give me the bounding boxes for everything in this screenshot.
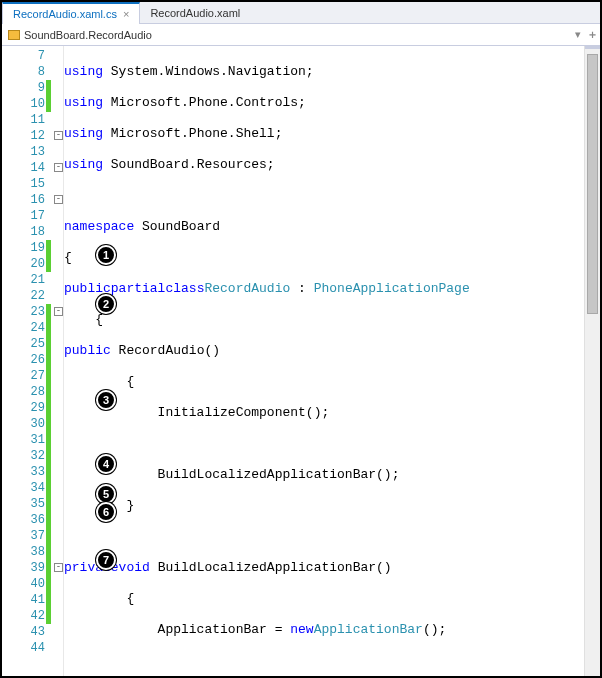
- line-number: 8: [38, 65, 45, 79]
- fold-icon[interactable]: -: [54, 131, 63, 140]
- line-number: 40: [31, 577, 45, 591]
- change-marker: [46, 496, 51, 512]
- line-number: 33: [31, 465, 45, 479]
- line-number: 32: [31, 449, 45, 463]
- annotation-badge-1: 1: [96, 245, 116, 265]
- tab-bar: RecordAudio.xaml.cs × RecordAudio.xaml: [2, 2, 600, 24]
- tab-label: RecordAudio.xaml.cs: [13, 8, 117, 20]
- line-number: 44: [31, 641, 45, 655]
- breadcrumb: SoundBoard.RecordAudio ▾ ＋: [2, 24, 600, 46]
- code-editor[interactable]: 7 8 9 10 11 12- 13 14- 15 16- 17 18 19 2…: [2, 46, 600, 676]
- line-number: 29: [31, 401, 45, 415]
- change-marker: [46, 80, 51, 96]
- line-number: 35: [31, 497, 45, 511]
- line-number: 26: [31, 353, 45, 367]
- add-icon[interactable]: ＋: [587, 29, 598, 40]
- tab-record-audio-cs[interactable]: RecordAudio.xaml.cs ×: [2, 2, 140, 24]
- change-marker: [46, 512, 51, 528]
- annotation-badge-5: 5: [96, 484, 116, 504]
- change-marker: [46, 480, 51, 496]
- change-marker: [46, 560, 51, 576]
- scrollbar-thumb[interactable]: [587, 54, 598, 314]
- line-number: 28: [31, 385, 45, 399]
- code-area[interactable]: using System.Windows.Navigation; using M…: [64, 46, 584, 676]
- line-number: 9: [38, 81, 45, 95]
- change-marker: [46, 320, 51, 336]
- change-marker: [46, 416, 51, 432]
- change-marker: [46, 352, 51, 368]
- change-marker: [46, 368, 51, 384]
- line-number: 21: [31, 273, 45, 287]
- line-number: 14: [31, 161, 45, 175]
- breadcrumb-path[interactable]: SoundBoard.RecordAudio: [24, 29, 152, 41]
- change-marker: [46, 576, 51, 592]
- line-number: 34: [31, 481, 45, 495]
- line-number: 37: [31, 529, 45, 543]
- fold-icon[interactable]: -: [54, 307, 63, 316]
- change-marker: [46, 336, 51, 352]
- class-icon: [8, 30, 20, 40]
- fold-icon[interactable]: -: [54, 563, 63, 572]
- line-number: 10: [31, 97, 45, 111]
- line-number: 17: [31, 209, 45, 223]
- line-number: 39: [31, 561, 45, 575]
- line-number: 16: [31, 193, 45, 207]
- change-marker: [46, 256, 51, 272]
- change-marker: [46, 544, 51, 560]
- line-number: 38: [31, 545, 45, 559]
- line-number: 12: [31, 129, 45, 143]
- annotation-badge-4: 4: [96, 454, 116, 474]
- line-number: 42: [31, 609, 45, 623]
- change-marker: [46, 96, 51, 112]
- annotation-badge-7: 7: [96, 550, 116, 570]
- fold-icon[interactable]: -: [54, 195, 63, 204]
- line-number: 22: [31, 289, 45, 303]
- line-number: 11: [31, 113, 45, 127]
- change-marker: [46, 384, 51, 400]
- change-marker: [46, 432, 51, 448]
- line-number: 41: [31, 593, 45, 607]
- vertical-scrollbar[interactable]: [584, 46, 600, 676]
- line-number: 31: [31, 433, 45, 447]
- annotation-badge-3: 3: [96, 390, 116, 410]
- line-number: 7: [38, 49, 45, 63]
- line-number: 19: [31, 241, 45, 255]
- tab-record-audio-xaml[interactable]: RecordAudio.xaml: [140, 2, 250, 24]
- tab-label: RecordAudio.xaml: [150, 7, 240, 19]
- change-marker: [46, 464, 51, 480]
- change-marker: [46, 448, 51, 464]
- annotation-badge-2: 2: [96, 294, 116, 314]
- close-icon[interactable]: ×: [123, 8, 129, 20]
- fold-icon[interactable]: -: [54, 163, 63, 172]
- line-number: 36: [31, 513, 45, 527]
- line-number: 25: [31, 337, 45, 351]
- change-marker: [46, 528, 51, 544]
- gutter: 7 8 9 10 11 12- 13 14- 15 16- 17 18 19 2…: [2, 46, 64, 676]
- line-number: 24: [31, 321, 45, 335]
- line-number: 20: [31, 257, 45, 271]
- line-number: 15: [31, 177, 45, 191]
- dropdown-icon[interactable]: ▾: [575, 28, 581, 41]
- line-number: 43: [31, 625, 45, 639]
- line-number: 27: [31, 369, 45, 383]
- change-marker: [46, 304, 51, 320]
- annotation-badge-6: 6: [96, 502, 116, 522]
- change-marker: [46, 608, 51, 624]
- line-number: 18: [31, 225, 45, 239]
- line-number: 23: [31, 305, 45, 319]
- change-marker: [46, 400, 51, 416]
- change-marker: [46, 240, 51, 256]
- splitter-icon[interactable]: [585, 46, 600, 49]
- change-marker: [46, 592, 51, 608]
- line-number: 13: [31, 145, 45, 159]
- line-number: 30: [31, 417, 45, 431]
